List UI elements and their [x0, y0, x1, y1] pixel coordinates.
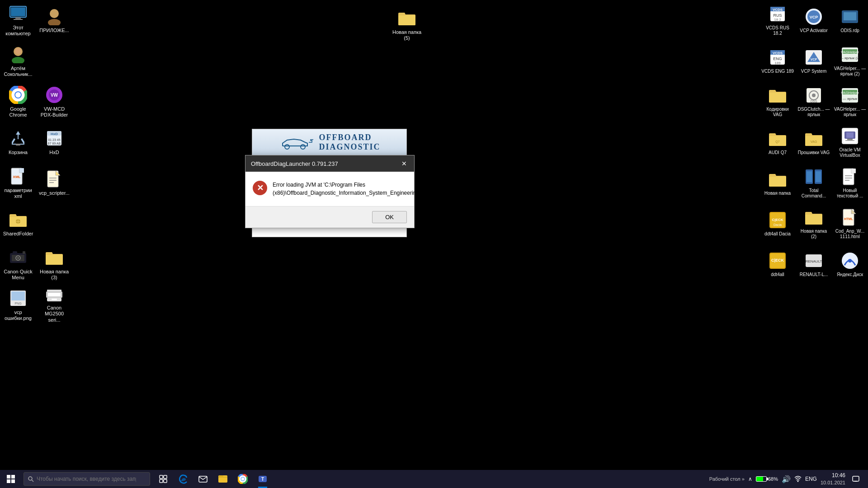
language-indicator[interactable]: ENG: [805, 476, 817, 482]
desktop-icon-hxd[interactable]: HxD 01 23 45 67 89 AB HxD: [36, 122, 72, 163]
recycle-label: Корзина: [9, 150, 28, 155]
desktop-icon-vcds-eng[interactable]: VCDS ENG 189 VCDS ENG 189: [760, 41, 796, 81]
svg-text:01 23 45: 01 23 45: [48, 138, 60, 141]
taskbar-edge[interactable]: [174, 470, 193, 488]
vcds-rus-icon: VCDS RUS 18.2: [768, 5, 787, 23]
desktop-icon-recycle[interactable]: Корзина: [0, 122, 36, 163]
notification-button[interactable]: [849, 470, 863, 488]
desktop-icon-kodировки-vag[interactable]: Кодировки VAG: [760, 81, 796, 122]
svg-point-37: [17, 257, 19, 259]
volume-icon[interactable]: 🔊: [782, 475, 791, 483]
desktop-icon-dsg-clutch[interactable]: DSG DSGClutch... — ярлык: [796, 81, 832, 122]
desktop-icon-vcp-activator[interactable]: VCP VCP Activator: [796, 0, 832, 41]
desktop-icon-yandex-disk[interactable]: Яндекс.Диск: [832, 244, 868, 285]
desktop-icon-proshivki[interactable]: VAG Прошивки VAG: [796, 122, 832, 163]
svg-rect-47: [52, 299, 57, 300]
desktop-icon-vcp-errors[interactable]: PNG vcp ошибки.png: [0, 285, 36, 325]
taskbar-chrome[interactable]: [233, 470, 252, 488]
battery-fill: [756, 477, 763, 481]
svg-text:HTML: HTML: [844, 217, 853, 221]
kodировки-vag-label: Кодировки VAG: [761, 107, 794, 117]
canon-quick-icon: [9, 248, 28, 267]
proshivki-icon: VAG: [804, 129, 823, 148]
audi-q7-icon: Q7: [768, 129, 787, 148]
svg-text:VAGHelper: VAGHelper: [841, 50, 859, 54]
error-dialog-titlebar: OffboardDiagLauncher 0.791.237 ✕: [245, 155, 414, 172]
explorer-icon: [218, 474, 228, 484]
systray-expand[interactable]: ∧: [748, 476, 752, 482]
search-input[interactable]: [37, 476, 136, 482]
vcp-activator-label: VCP Activator: [800, 28, 828, 33]
ok-button[interactable]: OK: [372, 211, 407, 223]
desktop: Этот компьютер ПРИЛОЖЕ... Артём Сокольни…: [0, 0, 868, 470]
computer-label: Этот компьютер: [2, 25, 34, 37]
svg-text:ENG: ENG: [773, 56, 782, 61]
desktop-icon-artem[interactable]: Артём Сокольник...: [0, 41, 36, 81]
desktop-icon-ddt4all[interactable]: C|ECK ddt4all: [760, 244, 796, 285]
taskbar-explorer[interactable]: [213, 470, 232, 488]
desktop-icon-app[interactable]: ПРИЛОЖЕ...: [36, 0, 72, 41]
desktop-icon-total-commander[interactable]: Total Command...: [796, 163, 832, 203]
svg-rect-120: [160, 479, 163, 483]
svg-rect-81: [846, 132, 854, 138]
desktop-icon-ddt4all-dacia[interactable]: C|ECK Dacia ddt4all Dacia: [760, 203, 796, 244]
desktop-icon-canon-quick[interactable]: Canon Quick Menu: [0, 244, 36, 285]
svg-text:VCP: VCP: [811, 58, 817, 61]
desktop-icon-my-computer[interactable]: Этот компьютер: [0, 0, 36, 41]
desktop-icon-vcp-system[interactable]: VCP VCP System: [796, 41, 832, 81]
desktop-icon-new-folder-2[interactable]: Новая папка (2): [796, 203, 832, 244]
taskbar-teams[interactable]: T: [253, 470, 272, 488]
edge-icon: [178, 474, 188, 484]
svg-rect-132: [853, 476, 859, 481]
taskbar-chrome-icon: [238, 474, 248, 484]
desktop-icon-canon-mg[interactable]: Canon MG2500 seri...: [36, 285, 72, 325]
error-dialog-close-button[interactable]: ✕: [400, 159, 409, 168]
desktop-icon-vw-mcd[interactable]: VW VW-MCD PDX-Builder: [36, 81, 72, 122]
desktop-icon-vag-helper-2[interactable]: VAGHelper — ярлык (2) VAGHelper... — ярл…: [832, 41, 868, 81]
desktop-icon-vcp-scripts[interactable]: vcp_scripter...: [36, 163, 72, 203]
battery-bar: [756, 476, 767, 482]
taskbar-task-view[interactable]: [154, 470, 173, 488]
network-icon[interactable]: [794, 475, 802, 483]
svg-text:VAG: VAG: [811, 140, 817, 143]
svg-text:HxD: HxD: [51, 132, 58, 136]
error-dialog-footer: OK: [245, 206, 414, 228]
desktop-icon-new-folder-center[interactable]: Новая папка (5): [389, 5, 425, 45]
desktop-icon-renault[interactable]: RENAULT RENAULT-L...: [796, 244, 832, 285]
new-textfile-label: Новый текстовый ...: [834, 188, 866, 199]
svg-rect-118: [160, 475, 163, 479]
desktop-icon-vcds-rus[interactable]: VCDS RUS 18.2 VCDS RUS 18.2: [760, 0, 796, 41]
desktop-icon-new-folder-3[interactable]: Новая папка (3): [36, 244, 72, 285]
desktop-icon-cod-anp[interactable]: HTML Cod_Anp_W... 1111.html: [832, 203, 868, 244]
svg-rect-1: [11, 7, 25, 16]
taskbar-mail[interactable]: [193, 470, 212, 488]
svg-text:C|ECK: C|ECK: [772, 218, 783, 222]
svg-text:Dacia: Dacia: [774, 223, 782, 226]
desktop-icon-params-xml[interactable]: XML параметрии xml: [0, 163, 36, 203]
desktop-icon-oracle-vm[interactable]: Oracle VM VirtualBox: [832, 122, 868, 163]
svg-point-111: [301, 145, 305, 149]
vag-helper-icon: VAGHelper — ярлык: [840, 86, 859, 105]
svg-point-128: [241, 478, 245, 481]
windows-icon: [6, 474, 15, 483]
desktop-label: Рабочий стол »: [709, 476, 745, 482]
offboard-title: OFFBOARD: [319, 133, 380, 142]
taskbar-clock[interactable]: 10:46 10.01.2021: [821, 472, 845, 486]
svg-point-4: [50, 9, 59, 18]
desktop-icon-new-folder[interactable]: Новая папка: [760, 163, 796, 203]
svg-rect-119: [164, 475, 167, 479]
desktop-icon-odis[interactable]: RDP ODIS.rdp: [832, 0, 868, 41]
new-folder-center-label: Новая папка (5): [391, 29, 423, 41]
desktop-icon-vag-helper[interactable]: VAGHelper — ярлык VAGHelper... — ярлык: [832, 81, 868, 122]
desktop-icon-new-textfile[interactable]: Новый текстовый ...: [832, 163, 868, 203]
new-folder-center-icon: [397, 9, 416, 28]
desktop-icon-chrome[interactable]: Google Chrome: [0, 81, 36, 122]
svg-rect-94: [807, 171, 812, 182]
svg-rect-113: [11, 475, 15, 479]
start-button[interactable]: [0, 470, 22, 488]
battery-indicator: 68%: [756, 476, 778, 482]
desktop-icon-shared-folder[interactable]: SharedFolder: [0, 203, 36, 244]
shared-folder-label: SharedFolder: [3, 231, 33, 237]
taskbar-search-box[interactable]: [24, 472, 150, 486]
desktop-icon-audi-q7[interactable]: Q7 AUDI Q7: [760, 122, 796, 163]
